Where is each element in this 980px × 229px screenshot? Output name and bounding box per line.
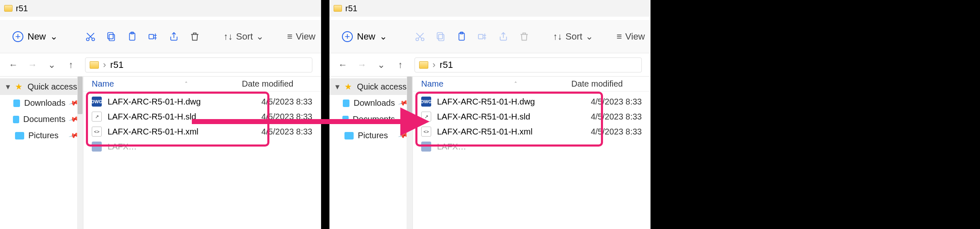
view-icon: ≡ bbox=[616, 31, 622, 42]
file-row-partial[interactable]: LAFX… bbox=[413, 139, 650, 154]
file-name: LAFX-ARC-R51-01-H.dwg bbox=[437, 97, 575, 107]
column-headers[interactable]: Name ˄ Date modified bbox=[413, 77, 650, 92]
file-row[interactable]: ↗ LAFX-ARC-R51-01-H.sld 4/5/2023 8:33 bbox=[413, 109, 650, 124]
sort-icon: ↑↓ bbox=[553, 31, 562, 42]
sidebar-scrollbar[interactable] bbox=[407, 77, 412, 229]
chevron-down-icon: ⌄ bbox=[50, 31, 58, 42]
sidebar-item-label: Documents bbox=[23, 114, 65, 124]
paste-icon[interactable] bbox=[456, 31, 467, 42]
column-name[interactable]: Name ˄ bbox=[92, 79, 242, 89]
cut-icon[interactable] bbox=[415, 31, 425, 42]
rename-icon[interactable] bbox=[148, 31, 158, 42]
file-row[interactable]: <> LAFX-ARC-R5-01-H.xml 4/5/2023 8:33 bbox=[83, 124, 321, 139]
file-list[interactable]: DWG LAFX-ARC-R5-01-H.dwg 4/5/2023 8:33 ↗… bbox=[83, 92, 321, 229]
explorer-window-after: r51 + New ⌄ ↑↓ Sort ⌄ ≡ View ← → ⌄ ↑ bbox=[329, 0, 651, 229]
sidebar-item-label: Pictures bbox=[358, 131, 388, 140]
forward-button[interactable]: → bbox=[28, 60, 38, 70]
path-sep-icon: › bbox=[432, 60, 435, 70]
sort-button[interactable]: ↑↓ Sort ⌄ bbox=[224, 31, 264, 42]
new-button[interactable]: + New ⌄ bbox=[338, 29, 391, 45]
titlebar[interactable]: r51 bbox=[329, 0, 650, 17]
scrollbar-thumb[interactable] bbox=[407, 77, 412, 114]
sidebar-item-downloads[interactable]: Downloads 📌 bbox=[329, 95, 412, 111]
sld-file-icon: ↗ bbox=[92, 112, 102, 122]
copy-icon[interactable] bbox=[106, 31, 117, 42]
file-row-partial[interactable]: LAFX… bbox=[83, 139, 321, 154]
dwg-file-icon bbox=[92, 142, 102, 152]
sidebar-item-documents[interactable]: Documents 📌 bbox=[329, 111, 412, 127]
sidebar-item-label: Downloads bbox=[354, 98, 395, 108]
titlebar[interactable]: r51 bbox=[0, 0, 321, 17]
file-name: LAFX-ARC-R5-01-H.sld bbox=[108, 112, 245, 122]
cut-icon[interactable] bbox=[85, 31, 96, 42]
sort-label: Sort bbox=[565, 31, 582, 42]
rename-icon[interactable] bbox=[477, 31, 488, 42]
sort-label: Sort bbox=[236, 31, 253, 42]
address-bar[interactable]: › r51 bbox=[415, 57, 642, 72]
column-headers[interactable]: Name ˄ Date modified bbox=[83, 77, 321, 92]
column-date[interactable]: Date modified bbox=[571, 79, 623, 89]
address-bar[interactable]: › r51 bbox=[85, 57, 312, 72]
column-date[interactable]: Date modified bbox=[242, 79, 293, 89]
file-row[interactable]: <> LAFX-ARC-R51-01-H.xml 4/5/2023 8:33 bbox=[413, 124, 650, 139]
path-segment[interactable]: r51 bbox=[440, 60, 453, 70]
forward-button[interactable]: → bbox=[357, 60, 367, 70]
file-name-partial: LAFX… bbox=[108, 142, 137, 152]
column-name[interactable]: Name ˄ bbox=[421, 79, 571, 89]
file-row[interactable]: DWG LAFX-ARC-R51-01-H.dwg 4/5/2023 8:33 bbox=[413, 94, 650, 109]
xml-file-icon: <> bbox=[92, 127, 102, 137]
sidebar-item-quick-access[interactable]: ▾ ★ Quick access bbox=[329, 78, 412, 95]
view-button[interactable]: ≡ View bbox=[287, 31, 315, 42]
view-label: View bbox=[296, 31, 315, 42]
back-button[interactable]: ← bbox=[8, 60, 18, 70]
copy-icon[interactable] bbox=[435, 31, 446, 42]
col-name-label: Name bbox=[92, 79, 114, 89]
folder-icon bbox=[4, 5, 13, 12]
explorer-window-before: r51 + New ⌄ ↑↓ Sort ⌄ ≡ View ← → ⌄ ↑ bbox=[0, 0, 321, 229]
sidebar: ▾ ★ Quick access Downloads 📌 Documents 📌… bbox=[0, 77, 83, 229]
sort-button[interactable]: ↑↓ Sort ⌄ bbox=[553, 31, 593, 42]
share-icon[interactable] bbox=[168, 31, 179, 42]
nav-row: ← → ⌄ ↑ › r51 bbox=[329, 53, 650, 77]
folder-icon bbox=[334, 5, 342, 12]
xml-file-icon: <> bbox=[421, 127, 431, 137]
sidebar-item-documents[interactable]: Documents 📌 bbox=[0, 111, 83, 127]
chevron-down-icon: ▾ bbox=[5, 82, 11, 92]
star-icon: ★ bbox=[15, 82, 23, 91]
delete-icon[interactable] bbox=[189, 31, 200, 42]
sidebar-item-label: Downloads bbox=[24, 98, 65, 108]
dwg-file-icon bbox=[421, 142, 431, 152]
file-row[interactable]: DWG LAFX-ARC-R5-01-H.dwg 4/5/2023 8:33 bbox=[83, 94, 321, 109]
sidebar-item-label: Pictures bbox=[28, 131, 58, 140]
col-name-label: Name bbox=[421, 79, 443, 89]
sidebar-scrollbar[interactable] bbox=[77, 77, 83, 229]
sidebar: ▾ ★ Quick access Downloads 📌 Documents 📌… bbox=[329, 77, 413, 229]
star-icon: ★ bbox=[344, 82, 353, 91]
up-button[interactable]: ↑ bbox=[66, 60, 76, 70]
sidebar-item-downloads[interactable]: Downloads 📌 bbox=[0, 95, 83, 111]
sidebar-item-pictures[interactable]: Pictures 📌 bbox=[329, 127, 412, 144]
share-icon[interactable] bbox=[498, 31, 509, 42]
up-button[interactable]: ↑ bbox=[395, 60, 405, 70]
sidebar-item-label: Quick access bbox=[28, 82, 77, 92]
folder-icon bbox=[90, 61, 99, 69]
view-button[interactable]: ≡ View bbox=[616, 31, 645, 42]
path-segment[interactable]: r51 bbox=[110, 60, 123, 70]
recent-dropdown[interactable]: ⌄ bbox=[376, 60, 386, 70]
back-button[interactable]: ← bbox=[338, 60, 348, 70]
file-list[interactable]: DWG LAFX-ARC-R51-01-H.dwg 4/5/2023 8:33 … bbox=[413, 92, 650, 229]
recent-dropdown[interactable]: ⌄ bbox=[47, 60, 57, 70]
plus-circle-icon: + bbox=[342, 31, 353, 42]
delete-icon[interactable] bbox=[519, 31, 530, 42]
file-pane: Name ˄ Date modified DWG LAFX-ARC-R51-01… bbox=[413, 77, 650, 229]
path-sep-icon: › bbox=[103, 60, 106, 70]
paste-icon[interactable] bbox=[127, 31, 138, 42]
sidebar-item-quick-access[interactable]: ▾ ★ Quick access bbox=[0, 78, 83, 95]
sidebar-item-pictures[interactable]: Pictures 📌 bbox=[0, 127, 83, 144]
folder-icon bbox=[419, 61, 428, 69]
scrollbar-thumb[interactable] bbox=[78, 77, 83, 114]
file-row[interactable]: ↗ LAFX-ARC-R5-01-H.sld 4/5/2023 8:33 bbox=[83, 109, 321, 124]
new-button[interactable]: + New ⌄ bbox=[8, 29, 62, 45]
menubar-strip bbox=[329, 17, 650, 20]
pictures-icon bbox=[344, 132, 354, 139]
